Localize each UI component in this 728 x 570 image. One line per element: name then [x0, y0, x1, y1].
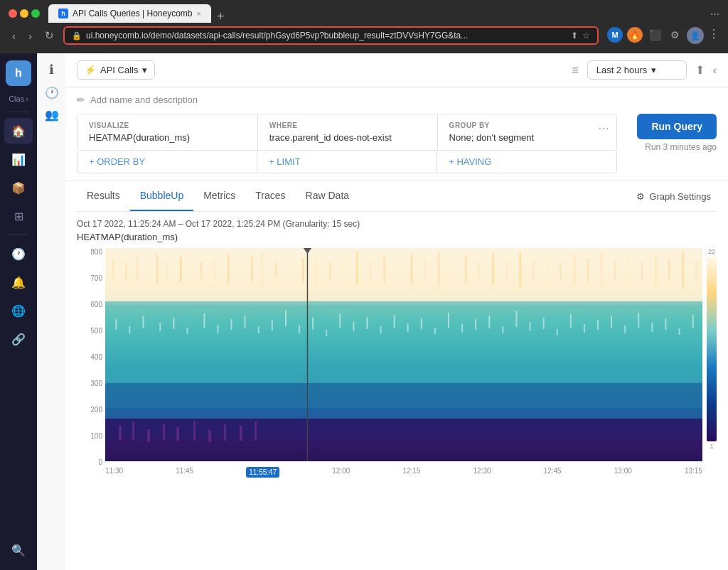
- bookmark-icon[interactable]: ☆: [582, 31, 590, 41]
- svg-rect-76: [448, 313, 449, 328]
- svg-rect-57: [187, 328, 188, 334]
- x-label-cursor: 11:55:47: [246, 467, 279, 478]
- query-secondary-row: + ORDER BY + LIMIT + HAVING: [77, 151, 617, 173]
- svg-rect-87: [597, 320, 599, 330]
- svg-rect-36: [492, 254, 494, 285]
- sidebar-item-packages[interactable]: 📦: [4, 175, 33, 200]
- visualize-value: HEATMAP(duration_ms): [89, 132, 246, 143]
- svg-rect-1: [105, 248, 702, 305]
- svg-rect-88: [611, 316, 612, 328]
- sidebar-item-history[interactable]: 🕐: [4, 241, 33, 267]
- visualize-col[interactable]: VISUALIZE HEATMAP(duration_ms): [77, 114, 257, 150]
- x-label-1130: 11:30: [105, 467, 123, 478]
- svg-rect-30: [411, 254, 413, 285]
- svg-rect-49: [668, 259, 670, 281]
- history-icon[interactable]: 🕐: [45, 86, 59, 100]
- dataset-icon: ⚡: [85, 65, 96, 75]
- y-axis: 800 700 600 500 400 300 200 100 0: [77, 248, 105, 480]
- where-col[interactable]: WHERE trace.parent_id does-not-exist: [257, 114, 437, 150]
- tab-results[interactable]: Results: [77, 181, 130, 211]
- svg-rect-5: [112, 259, 114, 280]
- having-btn[interactable]: + HAVING: [437, 151, 616, 173]
- svg-rect-83: [543, 318, 545, 329]
- tabs-row: Results BubbleUp Metrics Traces Raw Data…: [77, 181, 717, 212]
- svg-rect-6: [117, 252, 119, 280]
- svg-rect-17: [241, 261, 242, 281]
- back-button[interactable]: ‹: [9, 28, 19, 44]
- menu-icon[interactable]: ⋮: [708, 27, 719, 44]
- graph-settings-button[interactable]: ⚙ Graph Settings: [631, 185, 717, 208]
- svg-rect-91: [651, 323, 653, 332]
- svg-rect-40: [546, 255, 548, 282]
- new-tab-button[interactable]: +: [211, 10, 230, 23]
- sidebar-clas[interactable]: Clas ›: [9, 95, 28, 103]
- y-label-800: 800: [77, 248, 105, 256]
- svg-rect-68: [339, 313, 341, 328]
- svg-rect-59: [218, 325, 219, 333]
- limit-btn[interactable]: + LIMIT: [257, 151, 437, 173]
- window-controls: ⋯: [710, 9, 719, 19]
- svg-rect-42: [574, 254, 576, 284]
- sidebar-item-search[interactable]: 🔍: [4, 537, 33, 563]
- add-description[interactable]: ✏ Add name and description: [77, 95, 717, 105]
- dataset-selector[interactable]: ⚡ API Calls ▾: [77, 60, 155, 80]
- svg-rect-28: [383, 255, 385, 282]
- where-value: trace.parent_id does-not-exist: [269, 132, 426, 143]
- team-icon[interactable]: 👥: [45, 108, 59, 122]
- sidebar-item-datasets[interactable]: 📊: [4, 146, 33, 172]
- svg-rect-24: [329, 262, 331, 280]
- legend-max-label: 22: [708, 248, 715, 255]
- tab-rawdata[interactable]: Raw Data: [296, 181, 359, 211]
- toolbar: ⚡ API Calls ▾ ≡ Last 2 hours ▾ ⬆ ‹: [65, 53, 728, 87]
- order-by-btn[interactable]: + ORDER BY: [77, 151, 257, 173]
- svg-rect-26: [356, 252, 358, 286]
- extension-icon-1: M: [607, 27, 623, 43]
- group-by-col[interactable]: GROUP BY None; don't segment: [437, 114, 617, 150]
- info-icon[interactable]: ℹ: [49, 62, 54, 77]
- sidebar-item-home[interactable]: 🏠: [4, 118, 33, 144]
- share-icon[interactable]: ⬆: [571, 31, 578, 41]
- x-label-1145: 11:45: [176, 467, 193, 478]
- svg-rect-14: [200, 262, 203, 280]
- tab-traces[interactable]: Traces: [245, 181, 295, 211]
- svg-rect-41: [560, 264, 562, 281]
- share-query-icon[interactable]: ⬆: [695, 63, 705, 77]
- sidebar-item-alerts[interactable]: 🔔: [4, 269, 33, 295]
- svg-rect-47: [641, 262, 643, 281]
- run-query-button[interactable]: Run Query: [637, 114, 717, 139]
- svg-rect-103: [240, 426, 242, 441]
- query-more-btn[interactable]: ⋯: [598, 122, 609, 135]
- tab-metrics[interactable]: Metrics: [193, 181, 245, 211]
- address-text: ui.honeycomb.io/demo/datasets/api-calls/…: [86, 31, 567, 41]
- svg-rect-66: [312, 318, 314, 329]
- forward-button[interactable]: ›: [25, 28, 36, 44]
- x-label-1215: 12:15: [402, 467, 420, 478]
- time-range-label: Oct 17 2022, 11:25:24 AM – Oct 17 2022, …: [77, 219, 717, 229]
- svg-rect-62: [258, 326, 259, 333]
- svg-rect-44: [601, 252, 603, 287]
- svg-rect-35: [478, 262, 480, 281]
- tab-close-btn[interactable]: ×: [197, 9, 201, 18]
- sidebar-item-boards[interactable]: ⊞: [4, 203, 33, 229]
- nav-back-icon[interactable]: ‹: [713, 64, 717, 77]
- y-label-0: 0: [77, 458, 105, 466]
- sidebar-item-integrations[interactable]: 🌐: [4, 298, 33, 323]
- dataset-name: API Calls: [100, 65, 138, 75]
- svg-rect-78: [475, 319, 476, 330]
- refresh-button[interactable]: ↻: [41, 27, 58, 44]
- svg-rect-13: [190, 252, 191, 286]
- svg-rect-53: [129, 326, 130, 333]
- tab-bubbleup[interactable]: BubbleUp: [130, 181, 194, 211]
- app-logo[interactable]: h: [6, 60, 31, 86]
- browser-tab-active[interactable]: h API Calls Queries | Honeycomb ×: [48, 4, 211, 23]
- svg-rect-94: [692, 315, 694, 328]
- heatmap-chart[interactable]: 11:30 11:45 11:55:47 12:00 12:15 12:30 1…: [105, 248, 702, 480]
- address-bar[interactable]: 🔒 ui.honeycomb.io/demo/datasets/api-call…: [63, 26, 599, 45]
- svg-rect-37: [505, 259, 507, 281]
- clas-chevron: ›: [26, 95, 28, 103]
- list-view-icon[interactable]: ≡: [572, 64, 578, 77]
- sidebar-item-links[interactable]: 🔗: [4, 326, 33, 352]
- svg-rect-54: [143, 316, 144, 328]
- svg-rect-25: [343, 257, 344, 282]
- time-selector[interactable]: Last 2 hours ▾: [587, 60, 687, 80]
